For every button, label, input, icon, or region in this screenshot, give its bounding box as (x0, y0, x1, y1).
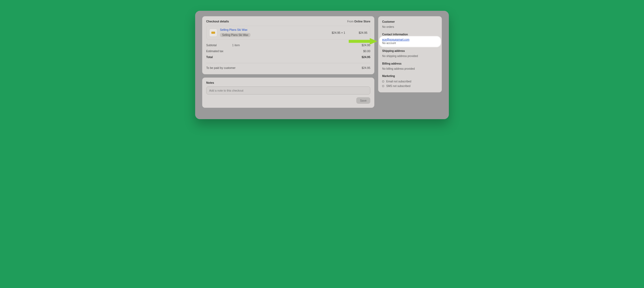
list-item: SMS not subscribed (382, 84, 438, 88)
checkout-window: Checkout details From Online Store Selli… (195, 11, 449, 119)
to-be-paid-amount: $24.95 (362, 66, 370, 69)
shipping-heading: Shipping address (382, 49, 438, 52)
notes-title: Notes (206, 81, 214, 84)
tax-row: Estimated tax $0.00 (206, 48, 370, 54)
customer-email[interactable]: ece@popupsmart.com (382, 38, 409, 41)
tax-amount: $0.00 (363, 49, 370, 53)
contact-section: Contact information ece@popupsmart.com N… (382, 33, 438, 47)
total-amount: $24.95 (362, 55, 370, 59)
customer-orders: No orders (382, 25, 438, 29)
notes-input[interactable] (206, 86, 370, 95)
total-row: Total $24.95 (206, 54, 370, 62)
subtotal-detail: 1 item (232, 43, 362, 47)
from-label: From (347, 20, 353, 23)
checkbox-empty-icon (382, 81, 384, 82)
contact-highlight: ece@popupsmart.com No account (379, 36, 440, 47)
product-name-link[interactable]: Selling Plans Ski Wax (220, 28, 248, 31)
list-item: Email not subscribed (382, 79, 438, 84)
billing-text: No billing address provided (382, 67, 438, 71)
billing-section: Billing address No billing address provi… (382, 62, 438, 71)
from-source: Online Store (354, 20, 370, 23)
svg-marker-1 (370, 38, 377, 45)
customer-card: Customer No orders Contact information e… (378, 16, 442, 92)
marketing-section: Marketing Email not subscribed SMS not s… (382, 75, 438, 88)
annotation-arrow-icon (349, 38, 378, 46)
to-be-paid-label: To be paid by customer (206, 66, 362, 69)
account-status: No account (382, 42, 396, 45)
notes-card: Notes Save (202, 78, 374, 108)
unit-price: $24.95 × 1 (332, 31, 345, 34)
line-total: $24.95 (359, 31, 367, 34)
checkout-details-title: Checkout details (206, 20, 229, 23)
billing-heading: Billing address (382, 62, 438, 65)
checkbox-empty-icon (382, 85, 384, 87)
customer-section: Customer No orders (382, 20, 438, 29)
shipping-section: Shipping address No shipping address pro… (382, 49, 438, 58)
marketing-sms-text: SMS not subscribed (386, 84, 411, 88)
divider (206, 63, 370, 63)
total-label: Total (206, 55, 232, 59)
shipping-text: No shipping address provided (382, 54, 438, 58)
marketing-email-text: Email not subscribed (386, 79, 411, 84)
from-line: From Online Store (347, 20, 370, 23)
to-be-paid-row: To be paid by customer $24.95 (206, 65, 370, 71)
product-row: Selling Plans Ski Wax Selling Plans Ski … (206, 26, 370, 39)
marketing-heading: Marketing (382, 75, 438, 78)
subtotal-row: Subtotal 1 item $24.95 (206, 42, 370, 48)
customer-heading: Customer (382, 20, 438, 23)
left-column: Checkout details From Online Store Selli… (202, 16, 374, 111)
product-variant-badge: Selling Plans Ski Wax (220, 33, 250, 37)
subtotal-label: Subtotal (206, 43, 232, 47)
wax-icon (211, 32, 215, 34)
product-thumbnail (209, 29, 217, 37)
save-button[interactable]: Save (356, 97, 370, 104)
tax-label: Estimated tax (206, 49, 232, 53)
right-column: Customer No orders Contact information e… (378, 16, 442, 96)
contact-heading: Contact information (382, 33, 438, 36)
